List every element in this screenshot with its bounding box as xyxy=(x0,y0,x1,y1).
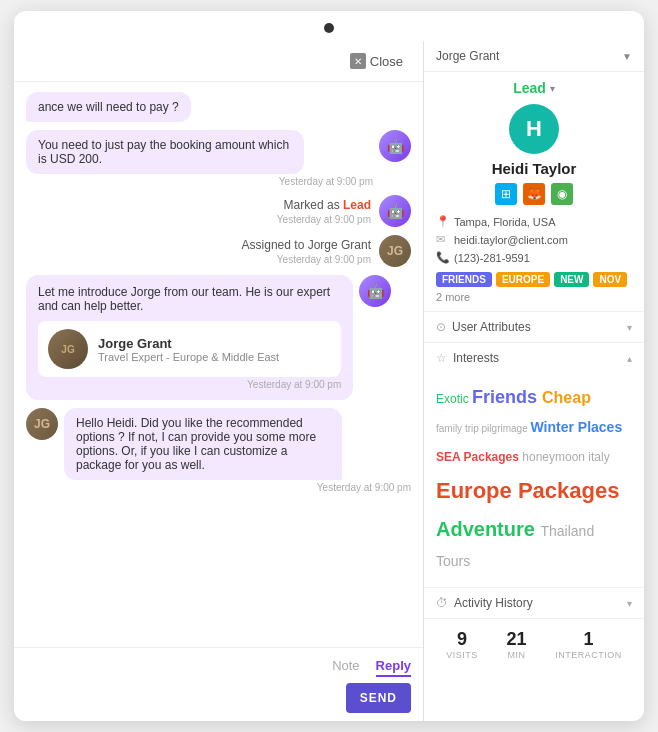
message-system-lead: Marked as Lead Yesterday at 9:00 pm 🤖 xyxy=(277,195,411,227)
interests-icon: ☆ xyxy=(436,351,447,365)
tag-nov[interactable]: NOV xyxy=(593,272,627,287)
jorge-avatar: JG xyxy=(379,235,411,267)
crm-header: Jorge Grant ▼ xyxy=(424,41,644,72)
bot-avatar-2: 🤖 xyxy=(379,195,411,227)
word-pilgrimage: pilgrimage xyxy=(482,423,531,434)
stat-min: 21 MIN xyxy=(506,629,526,660)
word-italy: italy xyxy=(588,450,609,464)
tab-note[interactable]: Note xyxy=(332,656,359,677)
message-bot-row: You need to just pay the booking amount … xyxy=(26,130,411,187)
agent-photo: JG xyxy=(48,329,88,369)
phone-icon: 📞 xyxy=(436,251,448,264)
interests-label: Interests xyxy=(453,351,499,365)
stat-visits: 9 VISITS xyxy=(446,629,478,660)
jorge-avatar-2: JG xyxy=(26,408,58,440)
user-attributes-icon: ⊙ xyxy=(436,320,446,334)
activity-history-label: Activity History xyxy=(454,596,533,610)
tag-new[interactable]: NEW xyxy=(554,272,589,287)
word-adventure: Adventure xyxy=(436,518,540,540)
windows-icon[interactable]: ⊞ xyxy=(495,183,517,205)
agent-card: JG Jorge Grant Travel Expert - Europe & … xyxy=(38,321,341,377)
contact-name: Heidi Taylor xyxy=(424,160,644,177)
agent-intro-card: Let me introduce Jorge from our team. He… xyxy=(26,275,353,400)
user-attributes-header[interactable]: ⊙ User Attributes ▾ xyxy=(424,312,644,342)
location-icon: 📍 xyxy=(436,215,448,228)
contact-icons: ⊞ 🦊 ◉ xyxy=(424,183,644,205)
tab-reply[interactable]: Reply xyxy=(376,656,411,677)
user-attributes-section: ⊙ User Attributes ▾ xyxy=(424,311,644,342)
close-icon: ✕ xyxy=(350,53,366,69)
assign-text: Assigned to Jorge Grant xyxy=(242,238,371,252)
stat-visits-label: VISITS xyxy=(446,650,478,660)
bot-avatar: 🤖 xyxy=(379,130,411,162)
contact-phone: 📞 (123)-281-9591 xyxy=(436,251,632,264)
outgoing-message: Hello Heidi. Did you like the recommende… xyxy=(64,408,342,480)
chat-tabs: Note Reply xyxy=(26,656,411,677)
chat-input[interactable] xyxy=(26,691,338,706)
interests-chevron: ▴ xyxy=(627,353,632,364)
user-attributes-label: User Attributes xyxy=(452,320,531,334)
chat-header: ✕ Close xyxy=(14,41,423,82)
message-bot-text: You need to just pay the booking amount … xyxy=(26,130,304,174)
outgoing-row: JG Hello Heidi. Did you like the recomme… xyxy=(26,408,411,493)
message-time: Yesterday at 9:00 pm xyxy=(26,176,373,187)
stat-min-label: MIN xyxy=(506,650,526,660)
firefox-icon[interactable]: 🦊 xyxy=(523,183,545,205)
interests-section: ☆ Interests ▴ Exotic Friends Cheap famil… xyxy=(424,342,644,587)
system-lead-text: Marked as Lead xyxy=(277,198,371,212)
crm-user-label: Jorge Grant xyxy=(436,49,499,63)
tag-europe[interactable]: EUROPE xyxy=(496,272,550,287)
stat-interaction: 1 INTERACTION xyxy=(555,629,622,660)
contact-location: 📍 Tampa, Florida, USA xyxy=(436,215,632,228)
lead-status-label: Lead xyxy=(513,80,546,96)
word-friends: Friends xyxy=(472,387,542,407)
system-lead-time: Yesterday at 9:00 pm xyxy=(277,214,371,225)
stats-row: 9 VISITS 21 MIN 1 INTERACTION xyxy=(424,618,644,670)
close-button[interactable]: ✕ Close xyxy=(342,49,411,73)
stat-interaction-number: 1 xyxy=(555,629,622,650)
chat-input-area: Note Reply SEND xyxy=(14,647,423,721)
activity-icon: ⏱ xyxy=(436,596,448,610)
close-label: Close xyxy=(370,54,403,69)
word-family: family trip xyxy=(436,423,482,434)
stat-min-number: 21 xyxy=(506,629,526,650)
crm-panel: Jorge Grant ▼ Lead ▾ H Heidi Taylor ⊞ 🦊 … xyxy=(424,41,644,721)
interests-header[interactable]: ☆ Interests ▴ xyxy=(424,343,644,373)
message-question: ance we will need to pay ? xyxy=(26,92,191,122)
assign-time: Yesterday at 9:00 pm xyxy=(242,254,371,265)
chrome-icon[interactable]: ◉ xyxy=(551,183,573,205)
lead-dropdown-arrow[interactable]: ▾ xyxy=(550,83,555,94)
word-cheap: Cheap xyxy=(542,389,591,406)
more-tags[interactable]: 2 more xyxy=(424,291,644,303)
chat-panel: ✕ Close ance we will need to pay ? You n… xyxy=(14,41,424,721)
message-assigned: Assigned to Jorge Grant Yesterday at 9:0… xyxy=(242,235,411,267)
agent-intro-row: Let me introduce Jorge from our team. He… xyxy=(26,275,411,400)
word-winter: Winter Places xyxy=(530,419,622,435)
outgoing-time: Yesterday at 9:00 pm xyxy=(64,482,411,493)
agent-name: Jorge Grant xyxy=(98,336,279,351)
chat-messages: ance we will need to pay ? You need to j… xyxy=(14,82,423,647)
bot-avatar-3: 🤖 xyxy=(359,275,391,307)
agent-intro-time: Yesterday at 9:00 pm xyxy=(38,379,341,390)
activity-history-section: ⏱ Activity History ▾ xyxy=(424,587,644,618)
word-sea: SEA Packages xyxy=(436,450,522,464)
interests-content: Exotic Friends Cheap family trip pilgrim… xyxy=(424,373,644,587)
send-button[interactable]: SEND xyxy=(346,683,411,713)
user-attributes-chevron: ▾ xyxy=(627,322,632,333)
email-icon: ✉ xyxy=(436,233,448,246)
main-area: ✕ Close ance we will need to pay ? You n… xyxy=(14,41,644,721)
activity-history-header[interactable]: ⏱ Activity History ▾ xyxy=(424,588,644,618)
lead-status: Lead ▾ xyxy=(424,72,644,100)
lead-tag: Lead xyxy=(343,198,371,212)
contact-details: 📍 Tampa, Florida, USA ✉ heidi.taylor@cli… xyxy=(424,215,644,264)
word-europe-packages: Europe Packages xyxy=(436,478,619,503)
tags-section: FRIENDS EUROPE NEW NOV xyxy=(424,272,644,287)
crm-dropdown-arrow[interactable]: ▼ xyxy=(622,51,632,62)
contact-email: ✉ heidi.taylor@client.com xyxy=(436,233,632,246)
activity-chevron: ▾ xyxy=(627,598,632,609)
chat-input-row: SEND xyxy=(26,683,411,713)
tag-friends[interactable]: FRIENDS xyxy=(436,272,492,287)
word-exotic: Exotic xyxy=(436,392,472,406)
agent-role: Travel Expert - Europe & Middle East xyxy=(98,351,279,363)
app-container: ✕ Close ance we will need to pay ? You n… xyxy=(14,11,644,721)
